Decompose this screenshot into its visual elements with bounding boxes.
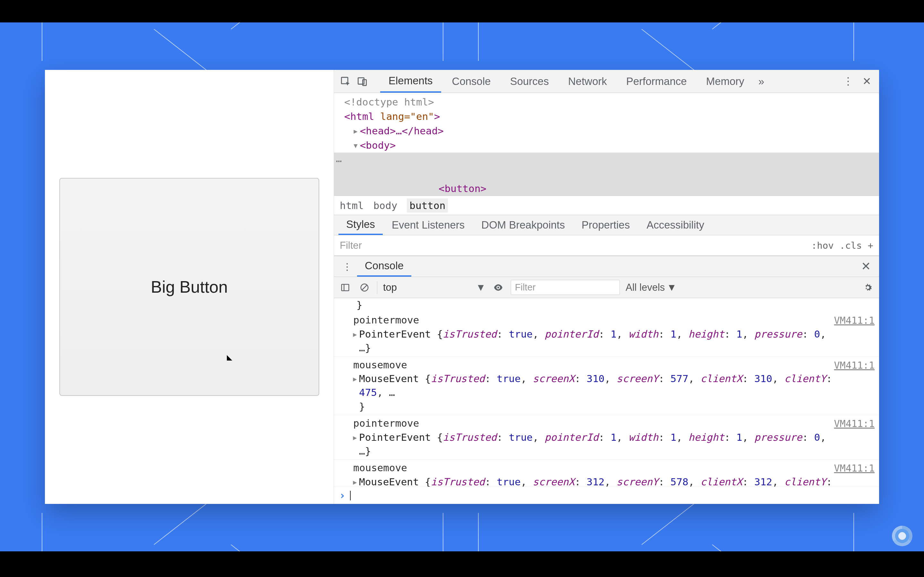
decorative-line — [443, 23, 443, 61]
clear-console-icon[interactable] — [358, 281, 371, 294]
decorative-line — [853, 513, 854, 551]
presentation-stage: Big Button ◣ Elements Console Sources Ne… — [0, 23, 924, 551]
devtools-panel: Elements Console Sources Network Perform… — [334, 70, 879, 504]
devtools-tabstrip: Elements Console Sources Network Perform… — [334, 70, 879, 93]
cls-toggle[interactable]: .cls — [840, 240, 862, 251]
decorative-line — [231, 544, 297, 551]
chrome-logo-icon — [892, 526, 913, 546]
drawer-tab-console[interactable]: Console — [357, 256, 411, 277]
big-button-label: Big Button — [151, 277, 228, 296]
log-label: mousemove — [353, 461, 841, 475]
new-style-rule-icon[interactable]: + — [868, 240, 873, 251]
decorative-line — [478, 513, 479, 551]
tab-console[interactable]: Console — [444, 70, 499, 93]
decorative-line — [712, 544, 778, 551]
styles-subtabs: Styles Event Listeners DOM Breakpoints P… — [334, 215, 879, 235]
dom-node-button-selected[interactable]: ⋯ <button> Big Button </button> == $0 — [334, 153, 879, 195]
hov-toggle[interactable]: :hov — [811, 240, 834, 251]
close-drawer-icon[interactable]: ✕ — [856, 259, 876, 273]
log-levels-selector[interactable]: All levels ▼ — [626, 282, 677, 293]
drawer-menu-icon[interactable]: ⋮ — [337, 261, 357, 272]
log-entry[interactable]: VM411:1 mousemove MouseEvent {isTrusted:… — [334, 357, 879, 416]
console-prompt[interactable]: › — [334, 487, 879, 504]
tab-elements[interactable]: Elements — [380, 70, 441, 93]
inspect-element-icon[interactable] — [338, 74, 352, 89]
big-button[interactable]: Big Button ◣ — [59, 178, 319, 396]
browser-window: Big Button ◣ Elements Console Sources Ne… — [45, 70, 879, 504]
styles-filter-input[interactable] — [334, 235, 806, 255]
decorative-line — [443, 513, 443, 551]
log-close-brace: } — [334, 298, 879, 312]
svg-line-6 — [362, 285, 367, 290]
styles-filter-actions: :hov .cls + — [806, 240, 879, 251]
chevron-down-icon: ▼ — [667, 282, 677, 293]
decorative-line — [42, 513, 42, 551]
toolbar-separator — [377, 281, 377, 294]
kebab-menu-icon[interactable]: ⋮ — [840, 75, 857, 87]
dom-node-head[interactable]: <head>…</head> — [344, 124, 879, 138]
close-devtools-icon[interactable]: ✕ — [859, 75, 875, 87]
log-label: mousemove — [353, 358, 841, 372]
device-toggle-icon[interactable] — [355, 74, 369, 89]
subtab-accessibility[interactable]: Accessibility — [639, 215, 712, 235]
dom-node-html[interactable]: <html lang="en"> — [344, 109, 879, 124]
log-label: pointermove — [353, 313, 841, 327]
tab-network[interactable]: Network — [560, 70, 615, 93]
tab-performance[interactable]: Performance — [618, 70, 695, 93]
decorative-line — [42, 23, 42, 61]
console-log-area[interactable]: } VM411:1 pointermove PointerEvent {isTr… — [334, 298, 879, 487]
tab-memory[interactable]: Memory — [698, 70, 753, 93]
svg-rect-3 — [342, 284, 349, 291]
subtab-properties[interactable]: Properties — [574, 215, 638, 235]
subtab-styles[interactable]: Styles — [338, 215, 383, 235]
breadcrumb-button[interactable]: button — [407, 198, 448, 213]
chevron-down-icon: ▼ — [476, 282, 486, 293]
console-sidebar-toggle-icon[interactable] — [338, 281, 352, 294]
log-object[interactable]: PointerEvent {isTrusted: true, pointerId… — [353, 430, 841, 458]
log-entry[interactable]: VM411:1 pointermove PointerEvent {isTrus… — [334, 415, 879, 460]
elements-panel: <!doctype html> <html lang="en"> <head>…… — [334, 93, 879, 195]
context-selector[interactable]: top ▼ — [383, 282, 486, 293]
console-settings-icon[interactable] — [861, 281, 875, 294]
letterbox-bottom — [0, 551, 924, 577]
dom-node-doctype[interactable]: <!doctype html> — [344, 95, 879, 109]
breadcrumb-body[interactable]: body — [373, 200, 397, 211]
console-drawer: ⋮ Console ✕ top ▼ — [334, 256, 879, 504]
drawer-header: ⋮ Console ✕ — [334, 256, 879, 277]
console-toolbar: top ▼ All levels ▼ — [334, 277, 879, 298]
svg-rect-1 — [358, 77, 364, 84]
dom-node-body[interactable]: <body> — [344, 138, 879, 153]
log-source-link[interactable]: VM411:1 — [834, 314, 875, 327]
dom-tree[interactable]: <!doctype html> <html lang="en"> <head>…… — [334, 93, 879, 195]
svg-point-7 — [497, 287, 499, 288]
page-viewport: Big Button ◣ — [45, 70, 334, 504]
styles-filter-row: :hov .cls + — [334, 235, 879, 256]
log-source-link[interactable]: VM411:1 — [834, 359, 875, 372]
context-label: top — [383, 282, 397, 293]
live-expression-icon[interactable] — [491, 281, 505, 294]
mouse-cursor-icon: ◣ — [227, 353, 232, 362]
log-entry[interactable]: VM411:1 mousemove MouseEvent {isTrusted:… — [334, 460, 879, 487]
subtab-event-listeners[interactable]: Event Listeners — [384, 215, 472, 235]
log-source-link[interactable]: VM411:1 — [834, 417, 875, 430]
log-entry[interactable]: VM411:1 pointermove PointerEvent {isTrus… — [334, 312, 879, 356]
prompt-chevron-icon: › — [339, 489, 346, 502]
breadcrumb-html[interactable]: html — [340, 200, 364, 211]
decorative-line — [478, 23, 479, 61]
log-object[interactable]: PointerEvent {isTrusted: true, pointerId… — [353, 327, 841, 355]
log-source-link[interactable]: VM411:1 — [834, 462, 875, 475]
log-object[interactable]: MouseEvent {isTrusted: true, screenX: 31… — [353, 372, 841, 414]
decorative-line — [712, 23, 778, 29]
letterbox-top — [0, 0, 924, 23]
console-filter-input[interactable] — [511, 280, 620, 295]
dom-breadcrumb: html body button — [334, 195, 879, 215]
text-cursor — [350, 491, 351, 500]
log-label: pointermove — [353, 416, 841, 430]
tab-sources[interactable]: Sources — [502, 70, 557, 93]
decorative-line — [231, 23, 297, 29]
more-tabs-icon[interactable]: » — [755, 75, 767, 87]
decorative-line — [853, 23, 854, 61]
log-object[interactable]: MouseEvent {isTrusted: true, screenX: 31… — [353, 475, 841, 487]
subtab-dom-breakpoints[interactable]: DOM Breakpoints — [473, 215, 572, 235]
